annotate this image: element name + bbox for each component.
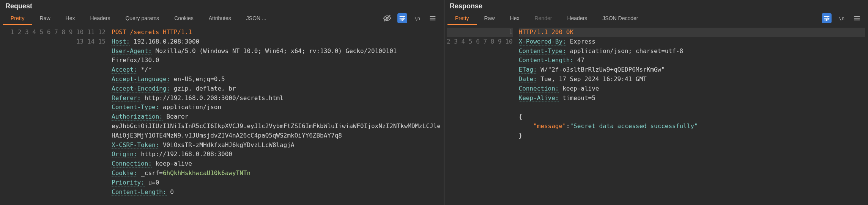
response-panel: Response Pretty Raw Hex Render Headers J… [444, 0, 868, 205]
request-panel: Request Pretty Raw Hex Headers Query par… [0, 0, 444, 205]
menu-icon[interactable] [852, 13, 862, 23]
request-gutter: 1 2 3 4 5 6 7 8 9 10 11 12 13 14 15 [0, 26, 109, 205]
menu-icon[interactable] [428, 13, 438, 23]
request-body-text: POST /secrets HTTP/1.1 Host: 192.168.0.2… [109, 26, 444, 205]
tab-raw[interactable]: Raw [477, 11, 503, 25]
request-code[interactable]: 1 2 3 4 5 6 7 8 9 10 11 12 13 14 15 POST… [0, 26, 444, 205]
response-tabs: Pretty Raw Hex Render Headers JSON Decod… [444, 10, 868, 26]
request-tabs: Pretty Raw Hex Headers Query params Cook… [0, 10, 444, 26]
tab-query-params[interactable]: Query params [118, 11, 167, 25]
newline-icon[interactable]: \n [837, 13, 847, 23]
tab-headers[interactable]: Headers [83, 11, 118, 25]
tab-pretty[interactable]: Pretty [3, 11, 32, 25]
response-code[interactable]: 1 2 3 4 5 6 7 8 9 10 HTTP/1.1 200 OK X-P… [444, 26, 868, 205]
tab-hex[interactable]: Hex [58, 11, 83, 25]
svg-text:\n: \n [414, 15, 420, 21]
response-body-text: HTTP/1.1 200 OK X-Powered-By: Express Co… [516, 26, 868, 205]
tab-cookies[interactable]: Cookies [167, 11, 201, 25]
visibility-off-icon[interactable] [382, 13, 392, 23]
tab-pretty[interactable]: Pretty [447, 11, 477, 25]
svg-text:\n: \n [839, 15, 844, 21]
newline-icon[interactable]: \n [413, 13, 422, 23]
tab-attributes[interactable]: Attributes [201, 11, 239, 25]
tab-json-decoder[interactable]: JSON Decoder [595, 11, 646, 25]
response-title: Response [444, 0, 868, 10]
tab-hex[interactable]: Hex [503, 11, 527, 25]
tab-json[interactable]: JSON ... [239, 11, 274, 25]
wrap-lines-icon[interactable] [397, 13, 407, 23]
wrap-lines-icon[interactable] [822, 13, 832, 23]
request-title: Request [0, 0, 444, 10]
response-gutter: 1 2 3 4 5 6 7 8 9 10 [444, 26, 516, 205]
tab-raw[interactable]: Raw [32, 11, 58, 25]
tab-render[interactable]: Render [527, 11, 560, 25]
tab-headers[interactable]: Headers [559, 11, 595, 25]
